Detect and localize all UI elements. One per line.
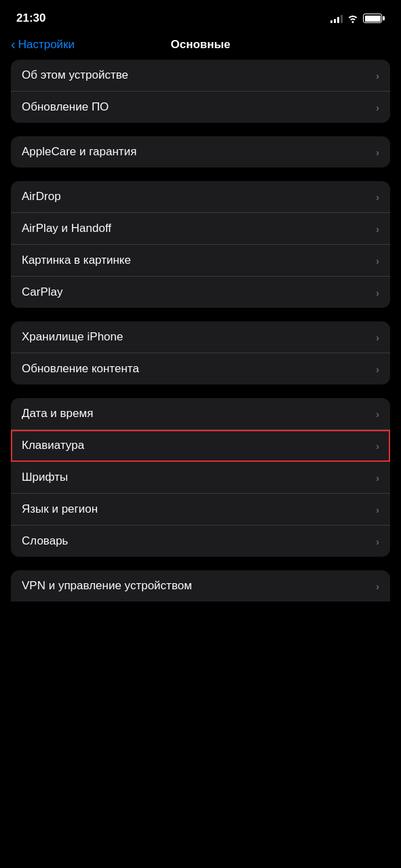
language-region-chevron-icon: › (376, 504, 379, 515)
settings-group-2: AppleCare и гарантия › (11, 136, 390, 167)
back-button[interactable]: ‹ Настройки (11, 37, 75, 52)
settings-item-date-time[interactable]: Дата и время › (11, 398, 390, 430)
software-update-chevron-icon: › (376, 102, 379, 113)
about-right: › (376, 70, 379, 81)
carplay-right: › (376, 287, 379, 298)
carplay-label: CarPlay (22, 285, 62, 299)
battery-tip (383, 16, 385, 20)
settings-item-language-region[interactable]: Язык и регион › (11, 494, 390, 526)
dictionary-chevron-icon: › (376, 536, 379, 547)
status-bar: 21:30 (0, 0, 401, 33)
battery-fill (365, 16, 381, 22)
date-time-chevron-icon: › (376, 408, 379, 420)
status-time: 21:30 (16, 12, 45, 25)
signal-bar-1 (330, 20, 332, 23)
iphone-storage-label: Хранилище iPhone (22, 330, 123, 344)
settings-item-pip[interactable]: Картинка в картинке › (11, 245, 390, 277)
settings-item-about[interactable]: Об этом устройстве › (11, 60, 390, 92)
vpn-right: › (376, 580, 379, 592)
battery-icon (363, 14, 385, 23)
fonts-right: › (376, 472, 379, 484)
settings-group-6: VPN и управление устройством › (11, 570, 390, 601)
iphone-storage-chevron-icon: › (376, 332, 379, 343)
fonts-chevron-icon: › (376, 472, 379, 484)
airplay-label: AirPlay и Handoff (22, 222, 111, 235)
battery-body (363, 14, 382, 23)
settings-group-4: Хранилище iPhone › Обновление контента › (11, 321, 390, 384)
pip-label: Картинка в картинке (22, 254, 131, 267)
settings-group-1: Об этом устройстве › Обновление ПО › (11, 60, 390, 123)
signal-bar-2 (334, 19, 336, 23)
date-time-label: Дата и время (22, 407, 93, 420)
signal-bars-icon (330, 14, 343, 23)
back-chevron-icon: ‹ (11, 37, 16, 52)
airplay-chevron-icon: › (376, 223, 379, 235)
background-refresh-chevron-icon: › (376, 363, 379, 375)
airplay-right: › (376, 223, 379, 235)
pip-right: › (376, 255, 379, 267)
airdrop-right: › (376, 191, 379, 203)
background-refresh-right: › (376, 363, 379, 375)
fonts-label: Шрифты (22, 471, 68, 484)
date-time-right: › (376, 408, 379, 420)
dictionary-right: › (376, 536, 379, 547)
applecare-label: AppleCare и гарантия (22, 145, 136, 159)
airdrop-chevron-icon: › (376, 191, 379, 203)
software-update-right: › (376, 102, 379, 113)
carplay-chevron-icon: › (376, 287, 379, 298)
vpn-label: VPN и управление устройством (22, 579, 192, 593)
language-region-right: › (376, 504, 379, 515)
iphone-storage-right: › (376, 332, 379, 343)
settings-item-keyboard[interactable]: Клавиатура › (11, 430, 390, 462)
signal-bar-4 (341, 15, 343, 23)
airdrop-label: AirDrop (22, 190, 61, 203)
keyboard-right: › (376, 440, 379, 452)
software-update-label: Обновление ПО (22, 100, 109, 114)
settings-item-iphone-storage[interactable]: Хранилище iPhone › (11, 321, 390, 353)
signal-bar-3 (337, 17, 339, 23)
status-icons (330, 14, 385, 23)
settings-item-background-refresh[interactable]: Обновление контента › (11, 353, 390, 384)
keyboard-label: Клавиатура (22, 439, 84, 452)
settings-item-fonts[interactable]: Шрифты › (11, 462, 390, 494)
page-title: Основные (170, 38, 230, 52)
background-refresh-label: Обновление контента (22, 362, 139, 376)
pip-chevron-icon: › (376, 255, 379, 267)
about-label: Об этом устройстве (22, 68, 128, 82)
settings-item-software-update[interactable]: Обновление ПО › (11, 92, 390, 123)
applecare-right: › (376, 146, 379, 158)
nav-header: ‹ Настройки Основные (0, 33, 401, 60)
vpn-chevron-icon: › (376, 580, 379, 592)
settings-item-applecare[interactable]: AppleCare и гарантия › (11, 136, 390, 167)
back-label: Настройки (18, 38, 75, 52)
about-chevron-icon: › (376, 70, 379, 81)
dictionary-label: Словарь (22, 534, 68, 548)
settings-item-dictionary[interactable]: Словарь › (11, 526, 390, 557)
settings-content: Об этом устройстве › Обновление ПО › App… (0, 60, 401, 601)
settings-item-airdrop[interactable]: AirDrop › (11, 181, 390, 213)
settings-group-5: Дата и время › Клавиатура › Шрифты › Язы… (11, 398, 390, 557)
language-region-label: Язык и регион (22, 502, 98, 516)
settings-item-airplay[interactable]: AirPlay и Handoff › (11, 213, 390, 245)
keyboard-chevron-icon: › (376, 440, 379, 452)
applecare-chevron-icon: › (376, 146, 379, 158)
settings-item-vpn[interactable]: VPN и управление устройством › (11, 570, 390, 601)
wifi-icon (347, 14, 359, 23)
settings-item-carplay[interactable]: CarPlay › (11, 277, 390, 308)
settings-group-3: AirDrop › AirPlay и Handoff › Картинка в… (11, 181, 390, 308)
